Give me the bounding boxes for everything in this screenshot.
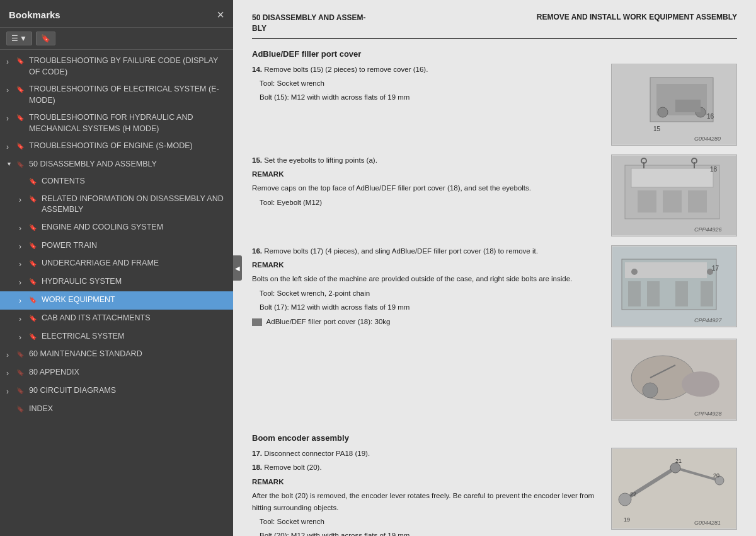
step-14-diagram: 16 15 G0044280 [612,65,736,144]
sidebar-item-label: TROUBLESHOOTING BY FAILURE CODE (DISPLAY… [29,55,228,78]
bookmark-icon: 🔖 [16,57,25,66]
chevron-icon: › [19,242,28,252]
step-18-tool: Tool: Socket wrench [252,516,602,527]
bookmark-icon: 🔖 [41,34,50,43]
step-17-desc: Disconnect connector PA18 (19). [264,450,370,457]
sidebar-close-button[interactable]: × [217,8,224,22]
bookmark-icon: 🔖 [16,114,25,122]
sidebar-item-60-maintenance[interactable]: ›🔖60 MAINTENANCE STANDARD [0,346,233,364]
step-17-18-text: 17. Disconnect connector PA18 (19). 18. … [252,448,602,536]
svg-rect-25 [647,281,660,306]
step-16-num: 16. [252,247,262,255]
step-16-weight-text: AdBlue/DEF filler port cover (18): 30kg [266,318,391,325]
sidebar-item-undercarriage[interactable]: ›🔖UNDERCARRIAGE AND FRAME [0,255,233,273]
sidebar-item-troubleshooting-hydraulic[interactable]: ›🔖TROUBLESHOOTING FOR HYDRAULIC AND MECH… [0,109,233,137]
sidebar-item-label: UNDERCARRIAGE AND FRAME [42,258,228,269]
chevron-icon: › [19,296,28,306]
sidebar-header: Bookmarks × [0,0,233,28]
step-15-text: 15. Set the eyebolts to lifting points (… [252,154,602,211]
sidebar-item-electrical-system[interactable]: ›🔖ELECTRICAL SYSTEM [0,328,233,346]
sidebar-item-contents[interactable]: 🔖CONTENTS [0,173,233,190]
sidebar-item-troubleshooting-electrical[interactable]: ›🔖TROUBLESHOOTING OF ELECTRICAL SYSTEM (… [0,81,233,109]
step-14-num: 14. [252,66,262,73]
sidebar-item-label: CONTENTS [42,176,228,187]
step-15-desc: Set the eyebolts to lifting points (a). [264,156,377,164]
sidebar-item-label: ELECTRICAL SYSTEM [42,331,228,342]
sidebar-title: Bookmarks [9,9,60,20]
svg-rect-38 [612,449,736,528]
svg-point-41 [670,463,680,473]
step-14-bolt: Bolt (15): M12 with width across flats o… [252,91,602,103]
sidebar-item-troubleshooting-failure[interactable]: ›🔖TROUBLESHOOTING BY FAILURE CODE (DISPL… [0,52,233,81]
list-icon: ☰ [11,34,18,43]
sidebar-toolbar: ☰ ▼ 🔖 [0,28,233,50]
step-18-image: 22 21 20 19 G0044281 [611,448,737,530]
sidebar-item-90-circuit[interactable]: ›🔖90 CIRCUIT DIAGRAMS [0,382,233,400]
chevron-icon: › [19,259,28,270]
sidebar-item-power-train[interactable]: ›🔖POWER TRAIN [0,237,233,255]
sidebar-item-label: ENGINE AND COOLING SYSTEM [42,222,228,233]
doc-header: 50 DISASSEMBLY AND ASSEM- BLY REMOVE AND… [252,13,737,39]
chevron-icon: › [19,277,28,288]
svg-point-3 [658,107,668,117]
bookmark-view-button[interactable]: 🔖 [36,32,55,45]
step-16-desc: Remove bolts (17) (4 pieces), and sling … [264,247,538,255]
step-15: 15. Set the eyebolts to lifting points (… [252,154,737,236]
step-14-text: 14. Remove bolts (15) (2 pieces) to remo… [252,64,602,106]
sidebar-item-engine-cooling[interactable]: ›🔖ENGINE AND COOLING SYSTEM [0,219,233,237]
svg-text:21: 21 [675,458,682,464]
section-boom: Boom encoder assembly 17. Disconnect con… [252,433,737,536]
step-14-desc: Remove bolts (15) (2 pieces) to remove c… [264,66,428,73]
bookmark-icon: 🔖 [29,277,38,286]
bookmark-icon: 🔖 [29,195,38,204]
svg-rect-12 [638,190,656,213]
bookmark-icon: 🔖 [29,296,38,305]
bookmark-icon: 🔖 [29,332,38,341]
bookmark-icon: 🔖 [29,177,38,186]
svg-text:16: 16 [707,113,714,120]
svg-text:17: 17 [712,265,719,272]
chevron-icon: › [19,332,28,343]
svg-point-35 [643,383,658,398]
sidebar-item-cab-attachments[interactable]: ›🔖CAB AND ITS ATTACHMENTS [0,310,233,328]
sidebar-item-label: CAB AND ITS ATTACHMENTS [42,313,228,324]
sidebar-item-troubleshooting-engine[interactable]: ›🔖TROUBLESHOOTING OF ENGINE (S-MODE) [0,137,233,156]
step-14: 14. Remove bolts (15) (2 pieces) to remo… [252,64,737,146]
doc-header-section: 50 DISASSEMBLY AND ASSEM- BLY [252,13,366,34]
bookmark-icon: 🔖 [16,405,25,414]
sidebar-collapse-button[interactable]: ◀ [233,255,242,281]
svg-rect-14 [688,190,707,213]
dropdown-icon: ▼ [20,34,27,43]
chevron-icon: ▼ [6,160,15,168]
sidebar-item-label: 60 MAINTENANCE STANDARD [29,349,228,360]
sidebar-item-50-disassembly[interactable]: ▼🔖50 DISASSEMBLY AND ASSEMBLY [0,156,233,173]
sidebar-item-index[interactable]: 🔖INDEX [0,400,233,418]
step-16-text: 16. Remove bolts (17) (4 pieces), and sl… [252,245,602,330]
list-view-button[interactable]: ☰ ▼ [6,32,32,45]
sidebar-item-80-appendix[interactable]: ›🔖80 APPENDIX [0,364,233,382]
step-16-weight: AdBlue/DEF filler port cover (18): 30kg [252,316,602,327]
step-18-desc: Remove bolt (20). [264,463,321,471]
section-adblue-title: AdBlue/DEF filler port cover [252,49,737,59]
svg-point-28 [631,269,638,275]
sidebar-item-hydraulic-system[interactable]: ›🔖HYDRAULIC SYSTEM [0,273,233,291]
step-14-tool: Tool: Socket wrench [252,78,602,89]
step-15-remark-text: Remove caps on the top face of AdBlue/DE… [252,182,602,194]
chevron-icon: › [19,314,28,325]
sidebar-item-related-info[interactable]: ›🔖RELATED INFORMATION ON DISASSEMBLY AND… [0,190,233,219]
bookmark-icon: 🔖 [16,160,25,169]
chevron-icon: › [19,195,28,206]
step-18-remark-text: After the bolt (20) is removed, the enco… [252,490,602,513]
step-17-18: 17. Disconnect connector PA18 (19). 18. … [252,448,737,536]
sidebar-item-label: TROUBLESHOOTING FOR HYDRAULIC AND MECHAN… [29,112,228,134]
svg-rect-5 [675,100,701,112]
bookmark-icon: 🔖 [29,242,38,250]
step-18-diagram: 22 21 20 19 G0044281 [612,449,736,528]
chevron-icon: › [19,223,28,234]
sidebar-item-label: INDEX [29,404,228,415]
chevron-icon: › [6,57,15,67]
svg-text:CPP44928: CPP44928 [694,411,722,417]
svg-rect-24 [628,281,641,306]
sidebar-item-work-equipment[interactable]: ›🔖WORK EQUIPMENT [0,291,233,310]
svg-point-34 [682,371,719,397]
